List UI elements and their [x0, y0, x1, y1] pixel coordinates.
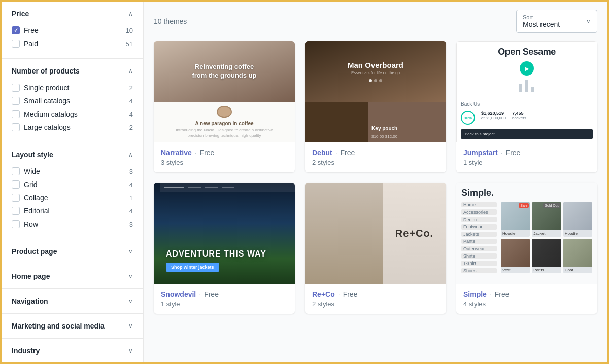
jumpstart-bars: [519, 80, 534, 92]
reco-logo-area: Re+Co.: [383, 183, 446, 284]
filter-section-navigation-title: Navigation: [12, 297, 48, 305]
checkbox-large-catalogs[interactable]: [12, 123, 20, 131]
theme-card-simple[interactable]: Simple. Home Accessories Denim Footwear …: [456, 183, 597, 314]
theme-styles-simple: 4 styles: [463, 300, 590, 308]
filter-section-layout-header[interactable]: Layout style ∧: [12, 151, 133, 159]
filter-section-home-page-header[interactable]: Home page ∨: [12, 272, 133, 280]
simple-nav-home: Home: [461, 202, 497, 207]
chevron-down-icon-mkt: ∨: [128, 322, 133, 330]
theme-dot-simple: ·: [490, 290, 492, 298]
filter-count-grid: 4: [129, 181, 133, 189]
debut-right-image: Key pouch $10.00 $12.00: [368, 102, 446, 142]
simple-nav-jackets: Jackets: [461, 232, 497, 237]
debut-preview-top: Man Overboard Essentials for life on the…: [305, 41, 446, 102]
filter-item-large-left: Large catalogs: [12, 123, 71, 131]
theme-card-narrative[interactable]: Reinventing coffeefrom the grounds up A …: [154, 41, 295, 172]
themes-grid: Reinventing coffeefrom the grounds up A …: [154, 41, 597, 314]
simple-nav-outerwear: Outerwear: [461, 246, 497, 251]
theme-dot-jumpstart: ·: [501, 149, 503, 157]
checkbox-collage[interactable]: [12, 194, 20, 202]
filter-count-collage: 1: [129, 194, 133, 202]
theme-card-snowdevil[interactable]: ADVENTURE THIS WAY Shop winter jackets S…: [154, 183, 295, 314]
chevron-down-icon-sort: ∨: [586, 18, 591, 25]
checkbox-free[interactable]: [12, 26, 20, 34]
checkbox-grid[interactable]: [12, 180, 20, 189]
filter-section-nop-header[interactable]: Number of products ∧: [12, 67, 133, 75]
simple-nav-tshirt: T-shirt: [461, 261, 497, 266]
filter-section-price-title: Price: [12, 10, 29, 18]
simple-prod-info-1: Hoodie: [501, 230, 530, 237]
checkbox-row[interactable]: [12, 220, 20, 228]
theme-name-row-debut: Debut · Free: [312, 149, 439, 157]
stat-circle: 90%: [461, 111, 475, 125]
simple-prod-info-4: Vest: [501, 267, 530, 273]
filter-section-price: Price ∧ Free 10 Paid 51: [2, 2, 143, 59]
simple-prod-img-4: [501, 239, 530, 267]
jumpstart-amount-label: of $1,000,000: [481, 116, 506, 120]
bar-3: [531, 87, 534, 92]
jumpstart-stat-3: 7,455 backers: [512, 111, 526, 125]
chevron-up-icon-nop: ∧: [128, 67, 133, 75]
filter-item-free-left: Free: [12, 26, 39, 34]
jumpstart-title-text: Open Sesame: [498, 47, 556, 57]
checkbox-small-catalogs[interactable]: [12, 97, 20, 105]
theme-card-reco[interactable]: Re+Co. Re+Co · Free 2 styles: [305, 183, 446, 314]
filter-label-collage: Collage: [24, 194, 48, 202]
filter-count-row: 3: [129, 221, 133, 228]
sort-dropdown[interactable]: Sort Most recent ∨: [516, 10, 597, 33]
filter-item-large: Large catalogs 2: [12, 121, 133, 134]
theme-info-jumpstart: Jumpstart · Free 1 style: [456, 142, 597, 172]
filter-section-navigation-header[interactable]: Navigation ∨: [12, 297, 133, 305]
theme-price-jumpstart: Free: [506, 149, 521, 157]
chevron-up-icon-layout: ∧: [128, 151, 133, 158]
nop-filter-items: Single product 2 Small catalogs 4 Medium…: [12, 81, 133, 134]
checkbox-wide[interactable]: [12, 167, 20, 175]
themes-count: 10 themes: [154, 17, 187, 25]
filter-label-row: Row: [24, 220, 38, 228]
jumpstart-backers: 7,455: [512, 111, 526, 116]
chevron-down-icon-ind: ∨: [128, 347, 133, 354]
simple-prod-img-5: [532, 239, 561, 267]
theme-price-snowdevil: Free: [204, 290, 219, 298]
play-icon: ▶: [525, 66, 529, 71]
snowdevil-nav-1: [188, 187, 201, 188]
simple-nav-accessories: Accessories: [461, 209, 497, 214]
simple-prod-info-3: Hoodie: [563, 230, 592, 237]
checkbox-single-product[interactable]: [12, 84, 20, 92]
theme-card-debut[interactable]: Man Overboard Essentials for life on the…: [305, 41, 446, 172]
snowdevil-logo-bar: [164, 187, 184, 188]
simple-prod-info-6: Coat: [563, 267, 592, 273]
jumpstart-stat-2: $1,620,519 of $1,000,000: [481, 111, 506, 125]
jumpstart-play-button: ▶: [520, 61, 534, 76]
checkbox-editorial[interactable]: [12, 207, 20, 215]
chevron-up-icon: ∧: [128, 10, 133, 17]
filter-section-product-page-header[interactable]: Product page ∨: [12, 247, 133, 256]
theme-name-simple: Simple: [463, 290, 487, 298]
theme-card-jumpstart[interactable]: Open Sesame ▶ Back Us: [456, 41, 597, 172]
filter-section-layout-title: Layout style: [12, 151, 53, 159]
debut-headline: Man Overboard: [348, 61, 403, 69]
checkbox-paid[interactable]: [12, 40, 20, 48]
filter-item-small: Small catalogs 4: [12, 94, 133, 107]
simple-nav-shirts: Shirts: [461, 253, 497, 259]
theme-styles-narrative: 3 styles: [161, 159, 288, 166]
bar-2: [525, 80, 528, 92]
simple-product-1: Sale Hoodie: [501, 202, 530, 237]
main-content: 10 themes Sort Most recent ∨ Reinventing…: [144, 2, 607, 362]
jumpstart-preview-bottom: Back Us 90% $1,620,519 of $1,000,000 7,4…: [457, 97, 597, 142]
filter-section-industry-header[interactable]: Industry ∨: [12, 347, 133, 355]
filter-section-navigation: Navigation ∨: [2, 289, 143, 314]
simple-prod-info-2: Jacket: [532, 230, 561, 237]
filter-section-marketing-header[interactable]: Marketing and social media ∨: [12, 322, 133, 330]
simple-nav-pants: Pants: [461, 239, 497, 244]
filter-section-price-header[interactable]: Price ∧: [12, 10, 133, 18]
theme-preview-debut: Man Overboard Essentials for life on the…: [305, 41, 446, 142]
theme-name-reco: Re+Co: [312, 290, 335, 298]
theme-price-narrative: Free: [200, 149, 215, 157]
theme-name-row-simple: Simple · Free: [463, 290, 590, 298]
checkbox-medium-catalogs[interactable]: [12, 110, 20, 118]
snowdevil-cta-button[interactable]: Shop winter jackets: [166, 263, 219, 272]
theme-name-row-narrative: Narrative · Free: [161, 149, 288, 157]
price-filter-items: Free 10 Paid 51: [12, 24, 133, 50]
theme-name-row-snowdevil: Snowdevil · Free: [161, 290, 288, 298]
